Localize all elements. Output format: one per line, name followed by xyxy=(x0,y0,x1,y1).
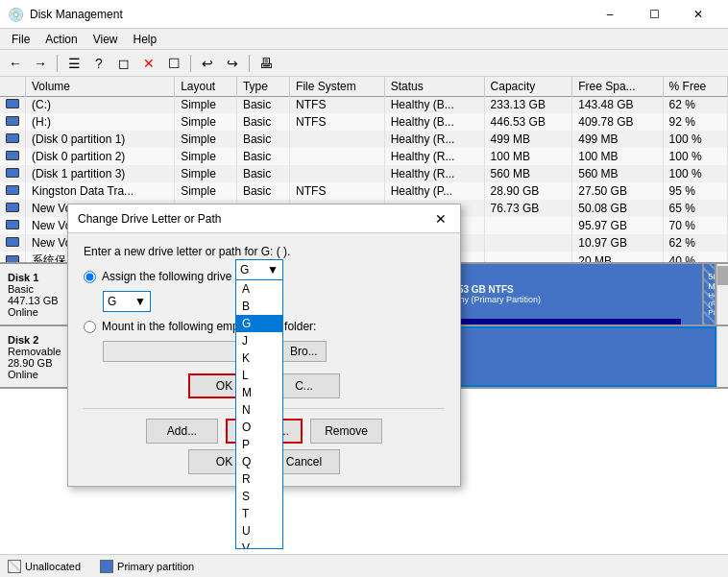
letter-display[interactable]: G ▼ xyxy=(103,291,151,312)
option-g[interactable]: G xyxy=(236,315,282,332)
option-k[interactable]: K xyxy=(236,349,282,367)
option-o[interactable]: O xyxy=(236,419,282,436)
dropdown-container: G ▼ A B G J K L M N O P Q R S T U V W X … xyxy=(235,259,283,549)
option-m[interactable]: M xyxy=(236,384,282,401)
selected-letter: G xyxy=(108,295,116,308)
browse-button[interactable]: Bro... xyxy=(281,341,327,362)
option-r[interactable]: R xyxy=(236,470,282,488)
option-j[interactable]: J xyxy=(236,332,282,349)
option-u[interactable]: U xyxy=(236,522,282,540)
dropdown-arrow-icon2: ▼ xyxy=(267,263,279,276)
dialog-description: Enter a new drive letter or path for G: … xyxy=(84,245,445,258)
dialog-title: Change Drive Letter or Path ✕ xyxy=(68,204,460,233)
dropdown-header[interactable]: G ▼ xyxy=(235,259,283,280)
radio-mount-folder[interactable] xyxy=(84,321,96,333)
dropdown-arrow-icon: ▼ xyxy=(134,295,146,308)
option-p[interactable]: P xyxy=(236,436,282,453)
option-s[interactable]: S xyxy=(236,488,282,505)
dialog-overlay: Change Drive Letter or Path ✕ Enter a ne… xyxy=(0,0,728,577)
option-n[interactable]: N xyxy=(236,401,282,419)
option-l[interactable]: L xyxy=(236,367,282,384)
dialog-close-button[interactable]: ✕ xyxy=(431,209,450,228)
radio-assign-letter[interactable] xyxy=(84,271,96,283)
option-a[interactable]: A xyxy=(236,280,282,298)
option-b[interactable]: B xyxy=(236,298,282,315)
option-t[interactable]: T xyxy=(236,505,282,522)
option-q[interactable]: Q xyxy=(236,453,282,470)
option-v[interactable]: V xyxy=(236,540,282,549)
dropdown-list: A B G J K L M N O P Q R S T U V W X Y Z xyxy=(235,280,283,549)
dialog-title-text: Change Drive Letter or Path xyxy=(78,212,221,226)
dropdown-current: G xyxy=(240,263,249,276)
add-button[interactable]: Add... xyxy=(146,419,218,444)
remove-button[interactable]: Remove xyxy=(310,419,382,444)
radio-mount-label: Mount in the following empty NTFS folder… xyxy=(102,320,316,333)
